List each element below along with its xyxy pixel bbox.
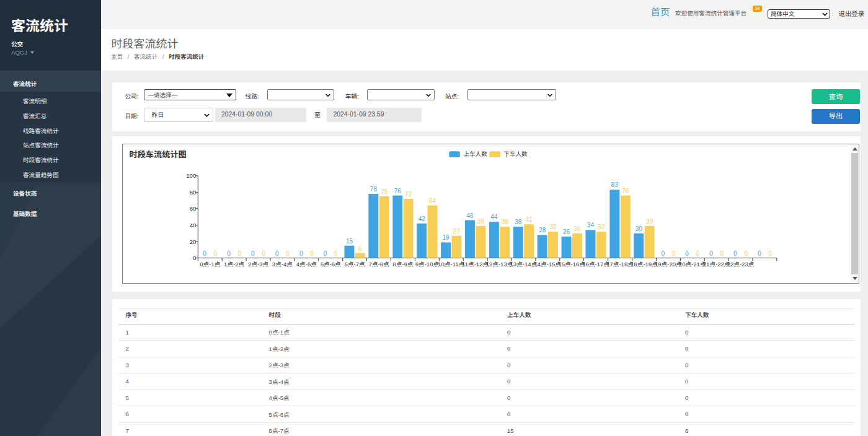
- svg-text:39: 39: [646, 218, 653, 225]
- svg-text:0: 0: [193, 255, 196, 261]
- svg-text:32: 32: [598, 224, 605, 230]
- svg-text:20点-21点: 20点-21点: [679, 261, 706, 268]
- svg-text:0: 0: [238, 250, 242, 257]
- svg-text:100: 100: [186, 172, 196, 179]
- svg-text:60: 60: [190, 205, 197, 212]
- svg-text:5点-6点: 5点-6点: [321, 261, 341, 268]
- svg-text:2点-3点: 2点-3点: [248, 261, 268, 268]
- svg-text:22点-23点: 22点-23点: [727, 261, 755, 268]
- svg-text:0: 0: [227, 250, 231, 257]
- svg-text:0: 0: [768, 250, 772, 257]
- svg-text:18点-19点: 18点-19点: [631, 261, 658, 268]
- svg-text:72: 72: [405, 191, 412, 198]
- svg-text:0: 0: [262, 250, 265, 257]
- svg-text:1点-2点: 1点-2点: [224, 261, 244, 268]
- svg-text:0: 0: [733, 250, 737, 257]
- svg-text:30: 30: [574, 225, 581, 232]
- svg-text:13点-14点: 13点-14点: [510, 261, 538, 268]
- svg-text:75: 75: [381, 188, 388, 195]
- svg-text:上车人数: 上车人数: [463, 150, 487, 157]
- svg-text:0: 0: [709, 250, 713, 257]
- svg-text:0点-1点: 0点-1点: [200, 261, 220, 268]
- svg-text:0: 0: [744, 250, 748, 257]
- svg-text:下车人数: 下车人数: [503, 150, 528, 157]
- svg-text:0: 0: [661, 250, 665, 257]
- svg-text:0: 0: [324, 250, 327, 257]
- svg-text:9点-10点: 9点-10点: [415, 261, 440, 268]
- svg-text:64: 64: [429, 198, 436, 204]
- svg-text:0: 0: [299, 250, 303, 257]
- svg-text:76: 76: [394, 188, 402, 194]
- svg-text:39: 39: [477, 218, 485, 225]
- svg-text:21点-22点: 21点-22点: [703, 261, 730, 268]
- svg-text:10点-11点: 10点-11点: [438, 261, 464, 268]
- svg-text:19: 19: [443, 234, 450, 241]
- svg-text:32: 32: [549, 224, 557, 230]
- svg-text:0: 0: [685, 250, 689, 257]
- svg-text:44: 44: [490, 214, 498, 220]
- svg-text:0: 0: [214, 250, 218, 257]
- svg-text:0: 0: [696, 250, 700, 257]
- svg-text:3点-4点: 3点-4点: [272, 261, 293, 268]
- svg-text:80: 80: [190, 189, 197, 196]
- svg-text:17点-18点: 17点-18点: [606, 261, 634, 268]
- svg-text:6点-7点: 6点-7点: [345, 261, 365, 268]
- svg-text:40: 40: [190, 222, 197, 229]
- svg-text:4点-5点: 4点-5点: [296, 261, 317, 268]
- svg-text:0: 0: [203, 250, 206, 257]
- svg-text:6: 6: [358, 245, 362, 252]
- svg-text:20: 20: [190, 238, 197, 245]
- svg-text:41: 41: [526, 216, 533, 223]
- svg-text:42: 42: [418, 216, 426, 222]
- svg-text:30: 30: [636, 225, 643, 232]
- svg-text:15点-16点: 15点-16点: [558, 261, 585, 268]
- svg-text:34: 34: [587, 222, 595, 229]
- svg-text:46: 46: [466, 212, 474, 219]
- svg-text:0: 0: [758, 250, 761, 257]
- svg-text:11点-12点: 11点-12点: [462, 261, 489, 268]
- svg-text:27: 27: [453, 228, 461, 235]
- svg-text:19点-20点: 19点-20点: [655, 261, 682, 268]
- svg-text:38: 38: [502, 219, 509, 225]
- svg-text:26: 26: [563, 229, 570, 235]
- svg-text:16点-17点: 16点-17点: [582, 261, 609, 268]
- svg-text:0: 0: [334, 250, 338, 257]
- svg-text:15: 15: [346, 238, 353, 245]
- svg-text:76: 76: [622, 188, 629, 194]
- svg-text:0: 0: [672, 250, 676, 257]
- svg-text:14点-15点: 14点-15点: [534, 261, 561, 268]
- svg-text:8点-9点: 8点-9点: [392, 261, 413, 268]
- svg-text:0: 0: [310, 250, 314, 257]
- svg-text:28: 28: [539, 227, 546, 233]
- svg-text:0: 0: [275, 250, 279, 257]
- svg-text:0: 0: [286, 250, 290, 257]
- svg-text:83: 83: [611, 181, 619, 188]
- svg-text:7点-8点: 7点-8点: [369, 261, 389, 268]
- svg-text:38: 38: [515, 219, 522, 225]
- svg-text:0: 0: [251, 250, 255, 257]
- svg-text:78: 78: [370, 186, 378, 193]
- svg-text:12点-13点: 12点-13点: [486, 261, 513, 268]
- svg-text:0: 0: [720, 250, 724, 257]
